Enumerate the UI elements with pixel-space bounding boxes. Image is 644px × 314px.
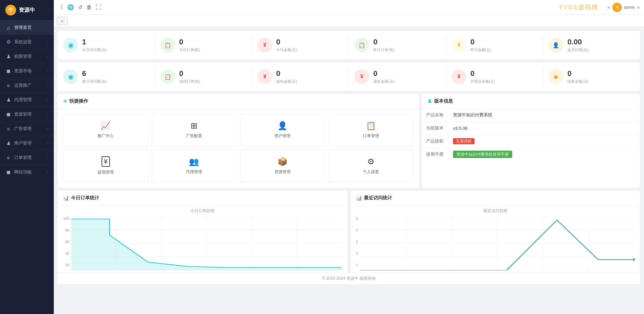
stat-icon-commission: 👤 <box>548 38 563 52</box>
version-key-license: 产品授权 <box>422 135 449 148</box>
delete-icon[interactable]: 🗑 <box>86 4 92 10</box>
chevron-icon-6: › <box>47 113 48 116</box>
stat-info-success-amount: 0 成功金额(元) <box>276 69 297 84</box>
stat-value-agent-balance: 0 <box>470 69 495 78</box>
fullscreen-icon[interactable]: ⛶ <box>96 4 101 10</box>
quick-item-promotion[interactable]: 📈 推广中心 <box>63 114 148 146</box>
stat-today-visits: ◉ 1 今日访问量(次) <box>58 35 155 55</box>
visits-chart-svg <box>360 217 635 270</box>
orders-icon: ≡ <box>5 155 11 161</box>
stat-icon-visits: ◉ <box>63 38 78 52</box>
vy-label-5: 5 <box>356 217 358 221</box>
stat-refund-amount: ¥ 0 退款金额(元) <box>349 67 446 87</box>
stat-value-yesterday-amount: 0 <box>470 38 491 46</box>
chevron-icon-8: › <box>47 142 48 145</box>
refresh-icon[interactable]: ↺ <box>78 4 82 10</box>
quick-item-agent-mgmt[interactable]: 👥 代理管理 <box>152 149 237 182</box>
home-icon: ⌂ <box>5 25 11 31</box>
version-key-manual: 使用手册 <box>422 148 449 161</box>
quick-ops-grid: 📈 推广中心 ⊞ 广告配置 👤 用户管理 📋 <box>63 114 413 182</box>
vy-label-4: 4 <box>356 228 358 232</box>
quick-item-resource-mgmt[interactable]: 📦 资源管理 <box>240 149 325 182</box>
stat-icon-today-orders: 📋 <box>160 38 175 52</box>
quick-label-ad-config: 广告配置 <box>186 133 202 139</box>
visits-chart-panel: 📊 最近访问统计 最近访问趋势 5 4 3 2 1 <box>351 191 640 273</box>
stat-agent-balance: ¥ 0 代理总余额(元) <box>446 67 543 87</box>
ad-config-icon: ⊞ <box>191 121 197 130</box>
stat-label-today-orders: 今日订单(笔) <box>179 47 200 52</box>
quick-item-user-mgmt[interactable]: 👤 用户管理 <box>240 114 325 146</box>
users-icon: ♟ <box>5 140 11 146</box>
chevron-icon-9: › <box>47 156 48 160</box>
resource-mgmt-icon: 📦 <box>277 157 288 166</box>
sidebar-item-resources[interactable]: ◼ 资源管理 › <box>0 107 54 122</box>
stat-icon-deduct: ◆ <box>548 69 563 84</box>
arrow-right-icon: » <box>608 5 610 10</box>
topbar-right: YYDS源码网 » A admin ∨ <box>559 3 640 12</box>
manual-link[interactable]: 资源牛知识付费系统使用手册 <box>453 151 512 158</box>
collapse-icon[interactable]: 《 <box>58 4 63 11</box>
stat-label-success-orders: 成功订单(笔) <box>179 79 200 84</box>
stat-value-success-amount: 0 <box>276 69 297 78</box>
quick-item-withdraw[interactable]: ¥ 提现管理 <box>63 149 148 182</box>
sidebar-item-users[interactable]: ♟ 用户管理 › <box>0 136 54 151</box>
sidebar: 牛 资源牛 ⌂ 管理首页 ⚙ 系统设置 › ♟ 权限管理 › ◼ 资源市场 › … <box>0 0 54 314</box>
sidebar-logo: 牛 资源牛 <box>0 0 54 21</box>
version-key-version: 当前版本 <box>422 122 449 135</box>
stat-icon-refund: ¥ <box>354 69 369 84</box>
sidebar-item-ads[interactable]: ≡ 广告管理 › <box>0 122 54 136</box>
stat-icon-agent-balance: ¥ <box>452 69 466 84</box>
sidebar-item-settings[interactable]: ⚙ 系统设置 › <box>0 35 54 49</box>
stat-info-visits: 1 今日访问量(次) <box>82 38 107 52</box>
sidebar-label-orders: 订单管理 <box>14 155 32 161</box>
tab-home[interactable]: ⌂ <box>56 17 68 25</box>
version-header-icon: 🖥 <box>427 99 432 104</box>
stat-info-yesterday-orders: 0 昨日订单(笔) <box>373 38 394 52</box>
quick-item-ad-config[interactable]: ⊞ 广告配置 <box>152 114 237 146</box>
orders-y-axis: 100 80 60 40 20 <box>63 217 71 267</box>
quick-item-personal-settings[interactable]: ⚙ 个人设置 <box>328 149 413 182</box>
sidebar-item-agents[interactable]: ♟ 代理管理 › <box>0 93 54 107</box>
chevron-icon-7: › <box>47 127 48 131</box>
sidebar-item-home[interactable]: ⌂ 管理首页 <box>0 21 54 35</box>
chevron-icon-5: › <box>47 98 48 102</box>
sidebar-item-permissions[interactable]: ♟ 权限管理 › <box>0 49 54 64</box>
sidebar-label-resources: 资源管理 <box>14 111 32 117</box>
chevron-icon-10: › <box>47 170 48 174</box>
visits-chart-container: 最近访问趋势 5 4 3 2 1 <box>351 205 640 273</box>
stat-value-visits: 1 <box>82 38 107 46</box>
sidebar-label-agents: 代理管理 <box>14 97 32 103</box>
y-label-80: 80 <box>65 228 69 232</box>
sidebar-item-market[interactable]: ◼ 资源市场 › <box>0 64 54 78</box>
chevron-icon-2: › <box>47 55 48 58</box>
admin-menu[interactable]: A admin ∨ <box>612 3 640 12</box>
stat-label-deduct: 扣量金额(元) <box>567 79 588 84</box>
stat-label-yesterday-orders: 昨日订单(笔) <box>373 47 394 52</box>
visits-y-axis: 5 4 3 2 1 <box>356 217 360 267</box>
tab-home-icon: ⌂ <box>61 18 63 23</box>
sidebar-item-operations[interactable]: ≡ 运营推广 › <box>0 78 54 93</box>
version-key-product: 产品名称 <box>422 109 449 122</box>
order-mgmt-icon: 📋 <box>366 121 376 130</box>
version-value-version: v3.5.06 <box>449 122 640 135</box>
stat-info-commission: 0.00 会员分佣(元) <box>567 38 588 52</box>
stat-icon-total-visits: ◉ <box>63 69 78 84</box>
stat-info-success-orders: 0 成功订单(笔) <box>179 69 200 84</box>
version-row-license: 产品授权 无需授权 <box>422 135 640 148</box>
quick-item-order-mgmt[interactable]: 📋 订单管理 <box>328 114 413 146</box>
globe-icon[interactable]: 🌐 <box>67 4 74 10</box>
stat-icon-today-amount: ¥ <box>257 38 272 52</box>
chevron-icon-4: › <box>47 84 48 87</box>
lower-section: ✈ 快捷操作 📈 推广中心 ⊞ 广告配置 👤 <box>58 94 640 188</box>
sidebar-label-market: 资源市场 <box>14 68 32 74</box>
sidebar-item-orders[interactable]: ≡ 订单管理 › <box>0 151 54 165</box>
stat-yesterday-orders: 📋 0 昨日订单(笔) <box>349 35 446 55</box>
stat-value-today-amount: 0 <box>276 38 297 46</box>
resources-icon: ◼ <box>5 111 11 117</box>
sidebar-item-website[interactable]: ◼ 网站功能 › <box>0 165 54 180</box>
chevron-icon-3: › <box>47 69 48 73</box>
logo-icon: 牛 <box>5 5 16 15</box>
orders-chart-subtitle: 今日订单趋势 <box>63 208 342 214</box>
stats-row-2: ◉ 6 累计访问量(次) 📋 0 成功订单(笔) ¥ 0 成功金额(元) <box>58 63 640 91</box>
vy-label-1: 1 <box>356 263 358 267</box>
